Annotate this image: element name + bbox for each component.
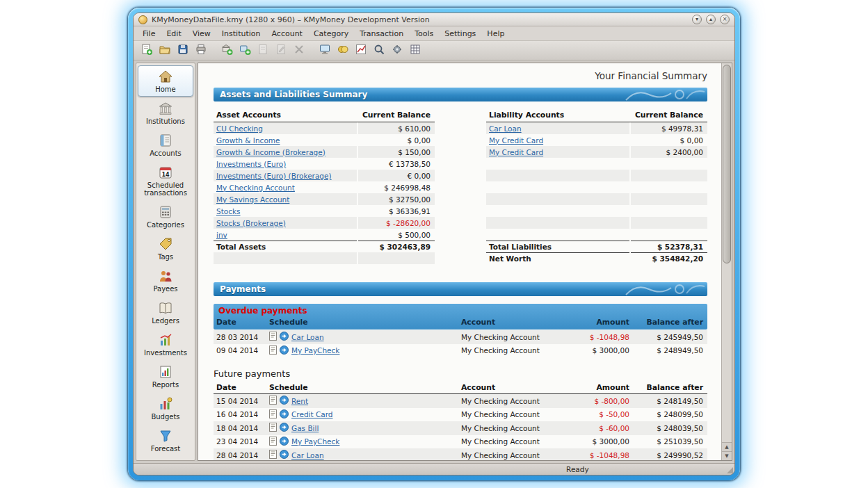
asset-account-link[interactable]: Investments (Euro) xyxy=(216,160,286,168)
enter-schedule-icon[interactable] xyxy=(280,332,289,342)
resize-grip[interactable] xyxy=(727,467,733,473)
liability-account-link[interactable]: Car Loan xyxy=(489,124,522,133)
maximize-button[interactable]: ▴ xyxy=(706,15,716,24)
delete-button[interactable] xyxy=(291,42,307,59)
menu-item[interactable]: File xyxy=(137,28,161,40)
menu-item[interactable]: Help xyxy=(481,28,510,40)
sidebar-item-institutions[interactable]: Institutions xyxy=(138,97,193,129)
print-button[interactable] xyxy=(193,42,209,59)
menu-item[interactable]: Edit xyxy=(161,28,186,40)
menu-bar: FileEditViewInstitutionAccountCategoryTr… xyxy=(134,26,734,41)
asset-account-link[interactable]: Stocks xyxy=(216,207,241,215)
asset-account-link[interactable]: CU Checking xyxy=(216,124,263,133)
reports-view-button[interactable] xyxy=(353,42,369,59)
edit-schedule-icon[interactable] xyxy=(269,332,277,342)
schedule-link[interactable]: Car Loan xyxy=(291,333,324,341)
payees-view-button[interactable] xyxy=(335,42,351,59)
schedule-link[interactable]: My PayCheck xyxy=(291,437,339,446)
sidebar-item-outbox[interactable]: Outbox xyxy=(138,457,193,461)
payment-date: 09 04 2014 xyxy=(214,346,266,355)
enter-schedule-icon[interactable] xyxy=(280,409,289,420)
close-button[interactable]: × xyxy=(720,15,730,24)
save-button[interactable] xyxy=(175,42,191,59)
payment-amount: $ -60,00 xyxy=(563,424,634,432)
menu-item[interactable]: Institution xyxy=(216,28,266,40)
edit-schedule-icon[interactable] xyxy=(269,450,277,460)
payment-date: 16 04 2014 xyxy=(214,410,266,418)
sidebar-item-payees[interactable]: Payees xyxy=(138,265,193,296)
minimize-button[interactable]: ▾ xyxy=(692,15,702,24)
scrollbar-thumb[interactable] xyxy=(723,65,731,263)
net-worth-label: Net Worth xyxy=(486,252,629,264)
schedule-link[interactable]: Car Loan xyxy=(291,451,324,459)
new-institution-button[interactable] xyxy=(218,42,235,59)
amount-column-header: Amount xyxy=(563,317,634,330)
calculator-button[interactable] xyxy=(389,42,405,59)
enter-schedule-icon[interactable] xyxy=(280,423,289,433)
edit-schedule-icon[interactable] xyxy=(269,345,277,356)
accounts-table-button[interactable] xyxy=(407,42,424,59)
sidebar-item-label: Institutions xyxy=(146,117,185,125)
asset-account-link[interactable]: inv xyxy=(216,231,227,239)
open-folder-icon xyxy=(159,43,171,58)
liability-balance: $ 2400,00 xyxy=(631,146,707,158)
enter-schedule-icon[interactable] xyxy=(280,345,289,356)
liability-account-link[interactable]: My Credit Card xyxy=(489,136,543,145)
asset-account-link[interactable]: Growth & Income (Brokerage) xyxy=(216,148,326,156)
edit-schedule-icon[interactable] xyxy=(269,437,277,447)
menu-item[interactable]: Tools xyxy=(409,28,439,40)
asset-account-link[interactable]: Stocks (Brokerage) xyxy=(216,219,286,227)
payment-date: 23 04 2014 xyxy=(214,437,266,446)
sidebar-item-label: Home xyxy=(155,86,176,93)
sidebar-item-tags[interactable]: Tags xyxy=(138,233,193,264)
scroll-up-button[interactable]: ▲ xyxy=(722,442,732,451)
menu-item[interactable]: Category xyxy=(308,28,354,40)
menu-item[interactable]: Account xyxy=(266,28,308,40)
liability-account-link[interactable]: My Credit Card xyxy=(489,148,543,156)
date-column-header: Date xyxy=(214,317,266,330)
payment-row: 09 04 2014 My PayCheck My Checking Accou… xyxy=(214,344,707,358)
asset-account-link[interactable]: Investments (Euro) (Brokerage) xyxy=(216,172,332,180)
open-file-button[interactable] xyxy=(156,42,173,59)
sidebar-item-forecast[interactable]: Forecast xyxy=(138,425,193,456)
sidebar-item-ledgers[interactable]: Ledgers xyxy=(138,297,193,328)
scroll-down-button[interactable]: ▼ xyxy=(722,451,732,460)
enter-schedule-icon[interactable] xyxy=(280,450,289,460)
schedule-link[interactable]: Rent xyxy=(291,397,308,405)
asset-account-link[interactable]: My Savings Account xyxy=(216,195,289,204)
edit-schedule-icon[interactable] xyxy=(269,409,277,420)
vertical-scrollbar[interactable]: ▲ ▼ xyxy=(721,63,732,460)
edit-schedule-icon[interactable] xyxy=(269,423,277,433)
edit-button[interactable] xyxy=(273,42,289,59)
sidebar-item-investments[interactable]: Investments xyxy=(138,329,193,360)
edit-schedule-icon[interactable] xyxy=(269,396,277,406)
enter-schedule-icon[interactable] xyxy=(280,396,289,406)
schedule-link[interactable]: My PayCheck xyxy=(291,346,339,355)
menu-item[interactable]: Settings xyxy=(439,28,481,40)
ledgers-view-button[interactable] xyxy=(316,42,333,59)
enter-schedule-icon[interactable] xyxy=(280,437,289,447)
sidebar-item-accounts[interactable]: Accounts xyxy=(138,129,193,161)
asset-account-link[interactable]: Growth & Income xyxy=(216,136,280,145)
new-account-button[interactable] xyxy=(236,42,253,59)
sidebar-item-scheduled-transactions[interactable]: 14 Scheduled transactions xyxy=(138,161,193,200)
new-schedule-button[interactable] xyxy=(255,42,271,59)
asset-balance: $ 246998,48 xyxy=(358,181,435,193)
sidebar-item-categories[interactable]: Categories xyxy=(138,201,193,232)
sidebar-item-reports[interactable]: Reports xyxy=(138,361,193,392)
title-bar[interactable]: KMyMoneyDataFile.kmy (1280 x 960) – KMyM… xyxy=(134,13,734,26)
asset-balance: € 0,00 xyxy=(358,170,435,181)
sidebar-item-budgets[interactable]: Budgets xyxy=(138,393,193,424)
menu-item[interactable]: Transaction xyxy=(354,28,409,40)
new-file-button[interactable] xyxy=(138,42,155,59)
find-transaction-button[interactable] xyxy=(371,42,387,59)
menu-item[interactable]: View xyxy=(187,28,216,40)
asset-account-link[interactable]: My Checking Account xyxy=(216,184,295,192)
sidebar-item-home[interactable]: Home xyxy=(138,65,193,97)
schedule-link[interactable]: Gas Bill xyxy=(291,424,319,432)
table-row: My Savings Account $ 32750,00 xyxy=(214,193,707,205)
toolbar xyxy=(134,41,734,60)
assets-section-title: Assets and Liabilities Summary xyxy=(220,90,367,99)
schedule-link[interactable]: Credit Card xyxy=(291,410,332,418)
grid-icon xyxy=(409,43,421,58)
